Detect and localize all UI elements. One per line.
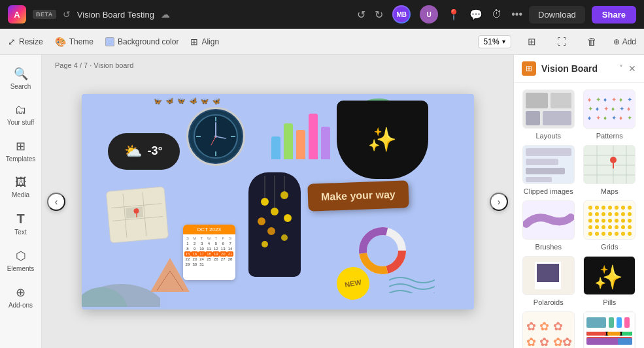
svg-point-26 [262, 241, 268, 247]
pinwheel-widget [150, 258, 190, 300]
app-logo[interactable]: A [8, 5, 26, 24]
sidebar-item-media[interactable]: 🖼 Media [3, 170, 39, 204]
download-button[interactable]: Download [529, 6, 585, 24]
svg-text:✿: ✿ [539, 336, 549, 348]
svg-point-23 [284, 214, 292, 222]
redo-icon[interactable]: ↻ [375, 8, 383, 21]
panel-chevron-icon[interactable]: ˅ [619, 64, 623, 73]
polaroids-thumb [522, 256, 575, 295]
svg-rect-116 [537, 264, 559, 282]
bg-color-button[interactable]: Background color [105, 37, 178, 46]
plus-icon: ⊕ [613, 37, 620, 46]
calendar-widget: OCT 2023 SMTWTFS 1234567 891011121314 15… [183, 225, 235, 280]
chart-bar-1 [271, 136, 280, 159]
clipped-thumb [522, 145, 575, 184]
page-label: Page 4 / 7 · Vision board [55, 61, 133, 69]
svg-point-87 [595, 212, 599, 216]
svg-text:✿: ✿ [526, 336, 536, 348]
panel-icon: ⊞ [522, 61, 536, 76]
panel-item-grids[interactable]: Grids [582, 200, 638, 251]
svg-text:✦: ✦ [603, 105, 609, 112]
sidebar-item-templates[interactable]: ⊞ Templates [3, 134, 39, 168]
banner-widget: Make your way [307, 180, 409, 211]
panel-item-patterns[interactable]: ♦✦♦✦♦✦ ✦♦✦♦✦♦ ♦✦♦✦♦✦ Patterns [582, 89, 638, 140]
location-pin-icon[interactable]: 📍 [447, 8, 460, 21]
resize-button[interactable]: ⤢ Resize [8, 37, 43, 47]
comment-icon[interactable]: 💬 [469, 8, 483, 21]
templates-icon: ⊞ [16, 139, 25, 153]
chart-bar-3 [296, 130, 305, 159]
more-options-icon[interactable]: ••• [511, 8, 522, 20]
beta-badge: BETA [33, 10, 56, 19]
panel-item-colorbars[interactable]: Color bars [582, 311, 638, 348]
doc-title[interactable]: Vision Board Testing [77, 10, 154, 20]
svg-point-93 [588, 219, 592, 223]
weather-widget: ⛅ -3° [108, 133, 180, 170]
svg-point-83 [615, 206, 619, 210]
avatar[interactable]: MB [394, 7, 409, 22]
banner-text: Make your way [320, 189, 395, 202]
svg-rect-64 [526, 148, 571, 156]
undo-icon[interactable]: ↺ [357, 8, 365, 21]
align-icon: ⊞ [190, 37, 198, 47]
svg-point-89 [608, 212, 612, 216]
trash-icon[interactable]: 🗑 [583, 33, 602, 51]
svg-point-98 [621, 219, 625, 223]
canvas-prev-button[interactable]: ‹ [47, 193, 65, 211]
map-widget [105, 186, 169, 244]
svg-text:✦: ✦ [619, 105, 624, 112]
zoom-control[interactable]: 51% ▾ [478, 35, 511, 48]
sidebar-item-text[interactable]: T Text [3, 206, 39, 241]
align-button[interactable]: ⊞ Align [190, 37, 219, 47]
svg-rect-139 [618, 338, 632, 345]
panel-item-clipped[interactable]: Clipped images [520, 145, 577, 195]
svg-text:✦: ✦ [627, 114, 632, 121]
brushes-thumb [522, 200, 575, 240]
svg-text:♦: ♦ [588, 114, 591, 121]
grid-view-icon[interactable]: ⊞ [523, 33, 541, 51]
panel-item-layouts[interactable]: Layouts [520, 89, 577, 140]
calendar-header: OCT 2023 [183, 225, 235, 234]
nav-back-button[interactable]: ↺ [63, 9, 71, 20]
sidebar-item-search[interactable]: 🔍 Search [3, 61, 39, 95]
svg-point-105 [621, 225, 625, 229]
svg-rect-40 [526, 93, 548, 108]
panel-item-brushes[interactable]: Brushes [520, 200, 577, 251]
editor-toolbar: ⤢ Resize 🎨 Theme Background color ⊞ Alig… [0, 29, 644, 55]
panel-close-icon[interactable]: ✕ [628, 63, 636, 74]
media-icon: 🖼 [15, 176, 27, 189]
svg-text:✿: ✿ [539, 320, 549, 333]
timer-icon[interactable]: ⏱ [492, 8, 502, 20]
svg-rect-132 [624, 317, 630, 328]
svg-text:✿: ✿ [553, 336, 563, 348]
svg-rect-67 [526, 177, 552, 182]
patterns-thumb: ♦✦♦✦♦✦ ✦♦✦♦✦♦ ♦✦♦✦♦✦ [583, 89, 636, 129]
panel-item-pills[interactable]: ✨ Pills [582, 256, 638, 306]
panel-item-maps[interactable]: Maps [582, 145, 638, 195]
canvas-next-button[interactable]: › [490, 193, 508, 211]
chart-bar-5 [321, 127, 330, 159]
svg-point-108 [595, 232, 599, 236]
theme-button[interactable]: 🎨 Theme [55, 37, 93, 47]
sidebar-item-your-stuff[interactable]: 🗂 Your stuff [3, 98, 39, 131]
flowers-thumb: ✿ ✿ ✿ ✿ ✿ ✿ ✿ [522, 311, 575, 348]
svg-point-110 [608, 232, 612, 236]
panel-item-flowers[interactable]: ✿ ✿ ✿ ✿ ✿ ✿ ✿ Flowers [520, 311, 577, 348]
sidebar-item-elements[interactable]: ⬡ Elements [3, 244, 39, 277]
svg-point-84 [621, 206, 625, 210]
vision-board-canvas[interactable]: 🦋 🦋 🦋 🦋 🦋 🦋 ⛅ -3° [82, 94, 474, 309]
svg-text:♦: ♦ [603, 114, 607, 121]
panel-item-polaroids[interactable]: Polaroids [520, 256, 577, 306]
pills-thumb: ✨ [583, 256, 636, 295]
clock-face [190, 110, 242, 163]
svg-text:♦: ♦ [596, 105, 599, 112]
svg-text:✨: ✨ [594, 263, 623, 291]
share-button[interactable]: Share [592, 6, 636, 24]
add-button[interactable]: ⊕ Add [613, 37, 636, 46]
svg-rect-136 [607, 332, 620, 336]
avatar-2[interactable]: U [420, 5, 438, 24]
present-icon[interactable]: ⛶ [553, 33, 571, 51]
svg-rect-66 [526, 168, 565, 174]
sidebar-item-addons[interactable]: ⊕ Add-ons [3, 280, 39, 314]
addons-icon: ⊕ [16, 285, 25, 300]
